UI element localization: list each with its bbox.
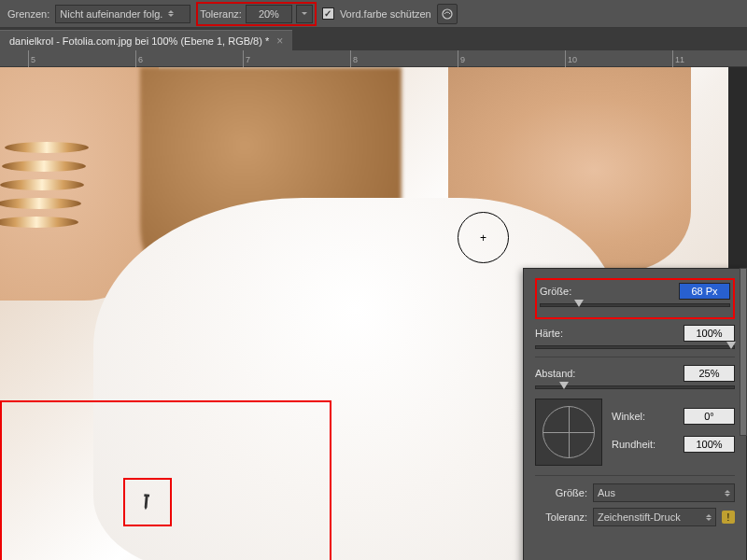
ruler-tick: 9 bbox=[458, 50, 465, 67]
dropdown-arrows-icon bbox=[168, 10, 174, 17]
document-title: danielkrol - Fotolia.com.jpg bei 100% (E… bbox=[9, 35, 269, 47]
close-icon[interactable]: × bbox=[276, 35, 283, 48]
brush-cursor-icon bbox=[458, 212, 509, 263]
angle-circle-icon bbox=[543, 406, 595, 458]
divider bbox=[535, 357, 735, 357]
toleranz-label: Toleranz: bbox=[200, 8, 242, 20]
grenzen-dropdown[interactable]: Nicht aufeinander folg. bbox=[55, 5, 190, 23]
spacing-field[interactable]: 25% bbox=[684, 365, 735, 382]
toleranz-highlight: Toleranz: 20% bbox=[196, 2, 317, 26]
hardness-label: Härte: bbox=[535, 328, 678, 339]
spacing-slider[interactable] bbox=[535, 385, 735, 389]
warning-icon: ! bbox=[722, 511, 735, 524]
size-label: Größe: bbox=[540, 286, 673, 297]
size-highlight: Größe: 68 Px bbox=[535, 278, 735, 319]
tolerance-dynamics-dropdown[interactable]: Zeichenstift-Druck bbox=[593, 508, 716, 526]
hardness-slider[interactable] bbox=[535, 345, 735, 349]
ruler-tick: 7 bbox=[243, 50, 250, 67]
photo-region bbox=[0, 198, 81, 209]
roundness-field[interactable]: 100% bbox=[684, 436, 735, 453]
photo-region bbox=[2, 161, 86, 172]
horizontal-ruler: 5 6 7 8 9 10 11 bbox=[0, 50, 747, 67]
tolerance-dynamics-label: Toleranz: bbox=[535, 511, 587, 523]
protect-fg-checkbox[interactable]: ✓ bbox=[322, 7, 334, 20]
annotation-box-small bbox=[123, 478, 172, 526]
size-field[interactable]: 68 Px bbox=[679, 283, 730, 300]
pen-pressure-icon bbox=[441, 7, 454, 21]
protect-fg-label: Vord.farbe schützen bbox=[340, 8, 431, 20]
dropdown-arrows-icon bbox=[725, 490, 730, 497]
photo-region bbox=[0, 179, 84, 190]
ruler-tick: 10 bbox=[565, 50, 577, 67]
slider-thumb-icon bbox=[574, 300, 584, 307]
size-dynamics-dropdown[interactable]: Aus bbox=[593, 483, 735, 502]
dropdown-arrows-icon bbox=[706, 514, 712, 521]
slider-thumb-icon bbox=[559, 382, 569, 389]
toleranz-dropdown-button[interactable] bbox=[296, 5, 313, 23]
angle-control[interactable] bbox=[535, 399, 602, 466]
divider bbox=[535, 475, 735, 476]
grenzen-label: Grenzen: bbox=[7, 8, 49, 20]
slider-thumb-icon bbox=[726, 342, 736, 349]
chevron-down-icon bbox=[302, 12, 307, 15]
svg-point-0 bbox=[443, 9, 452, 19]
canvas[interactable]: Größe: 68 Px Härte: 100% Abstand: 25% Wi… bbox=[0, 67, 747, 560]
eyedropper-icon bbox=[134, 488, 162, 517]
size-dynamics-label: Größe: bbox=[535, 487, 587, 498]
grenzen-value: Nicht aufeinander folg. bbox=[60, 8, 162, 20]
hardness-field[interactable]: 100% bbox=[684, 325, 735, 342]
document-tab[interactable]: danielkrol - Fotolia.com.jpg bei 100% (E… bbox=[0, 30, 292, 50]
pressure-toggle-button[interactable] bbox=[437, 4, 458, 24]
angle-label: Winkel: bbox=[612, 411, 678, 422]
ruler-tick: 6 bbox=[135, 50, 143, 67]
document-tab-bar: danielkrol - Fotolia.com.jpg bei 100% (E… bbox=[0, 28, 747, 50]
size-slider[interactable] bbox=[540, 303, 730, 307]
photo-region bbox=[5, 142, 89, 153]
spacing-label: Abstand: bbox=[535, 368, 678, 379]
ruler-tick: 5 bbox=[28, 50, 35, 67]
roundness-label: Rundheit: bbox=[612, 439, 678, 450]
brush-settings-popup: Größe: 68 Px Härte: 100% Abstand: 25% Wi… bbox=[523, 268, 747, 560]
toleranz-field[interactable]: 20% bbox=[246, 5, 292, 23]
ruler-tick: 8 bbox=[350, 50, 358, 67]
angle-field[interactable]: 0° bbox=[684, 408, 735, 425]
options-bar: Grenzen: Nicht aufeinander folg. Toleran… bbox=[0, 0, 747, 28]
checkmark-icon: ✓ bbox=[324, 8, 331, 19]
ruler-tick: 11 bbox=[672, 50, 684, 67]
panel-scrollbar[interactable] bbox=[740, 268, 747, 436]
